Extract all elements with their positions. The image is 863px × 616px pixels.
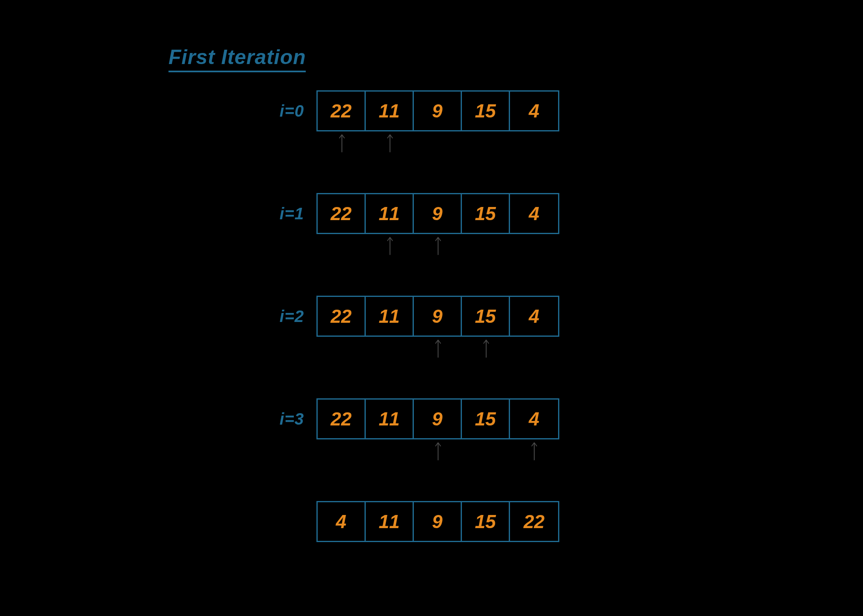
array-cell: 9 [414,502,462,541]
array-cell: 11 [366,92,414,130]
array-cell: 15 [462,502,510,541]
iteration-row: i=122119154 [255,193,559,234]
array-cell: 9 [414,297,462,336]
row-label: i=3 [255,410,304,428]
array-cell: 22 [318,297,366,336]
pointer-arrow-icon [482,338,490,358]
array-cell: 11 [366,400,414,438]
array-cell: 11 [366,194,414,233]
array-cell: 22 [318,92,366,130]
pointer-arrow-icon [386,236,394,255]
array: 22119154 [316,90,559,131]
array-cell: 4 [510,92,558,130]
iteration-row: i=322119154 [255,398,559,439]
array-cell: 4 [510,194,558,233]
array-cell: 9 [414,400,462,438]
pointer-arrow-icon [530,441,538,461]
array-cell: 9 [414,92,462,130]
row-label: i=0 [255,102,304,120]
iteration-row: i=222119154 [255,296,559,337]
array-cell: 11 [366,297,414,336]
pointer-arrow-icon [434,236,442,255]
pointer-arrow-icon [386,133,394,153]
array-cell: 22 [318,400,366,438]
pointer-arrow-icon [434,441,442,461]
pointer-arrow-icon [434,338,442,358]
iteration-row: 41191522 [255,501,559,542]
array-cell: 15 [462,92,510,130]
array-cell: 11 [366,502,414,541]
iteration-title: First Iteration [168,45,306,72]
array-cell: 9 [414,194,462,233]
array-cell: 4 [510,400,558,438]
array-cell: 22 [318,194,366,233]
array-cell: 15 [462,297,510,336]
array: 41191522 [316,501,559,542]
array-cell: 15 [462,194,510,233]
row-label: i=1 [255,205,304,223]
array-cell: 22 [510,502,558,541]
array-cell: 15 [462,400,510,438]
diagram-canvas: First Iteration i=022119154i=122119154i=… [0,0,863,616]
iteration-row: i=022119154 [255,90,559,131]
array: 22119154 [316,296,559,337]
pointer-arrow-icon [338,133,346,153]
row-label: i=2 [255,307,304,326]
array-cell: 4 [510,297,558,336]
array: 22119154 [316,193,559,234]
array-cell: 4 [318,502,366,541]
array: 22119154 [316,398,559,439]
